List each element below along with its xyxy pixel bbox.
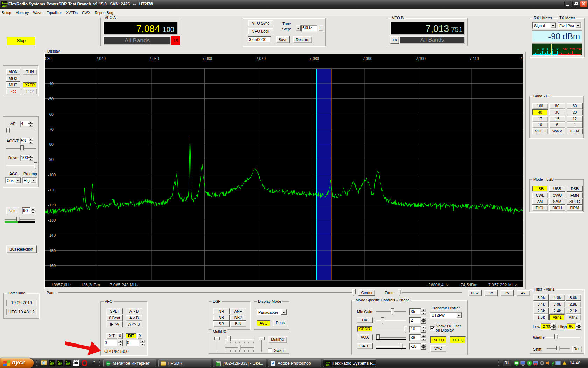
- svg-text:-90: -90: [48, 157, 54, 162]
- svg-text:7,050: 7,050: [149, 56, 159, 61]
- svg-text:7,: 7,: [520, 56, 523, 61]
- svg-text:7,065 243 MHz: 7,065 243 MHz: [110, 282, 138, 287]
- svg-text:-100: -100: [48, 173, 56, 177]
- svg-text:-140: -140: [48, 233, 56, 237]
- svg-text:-80: -80: [48, 142, 54, 146]
- svg-text:-40: -40: [48, 82, 54, 86]
- svg-text:-150: -150: [48, 248, 56, 253]
- svg-text:-136,3dBm: -136,3dBm: [79, 282, 100, 287]
- svg-text:7,060: 7,060: [202, 56, 212, 61]
- svg-text:+20: +20: [562, 47, 568, 50]
- svg-text:+40: +40: [570, 47, 575, 50]
- svg-text:5: 5: [547, 47, 549, 50]
- svg-text:7: 7: [552, 47, 554, 50]
- svg-text:7,100: 7,100: [416, 56, 426, 61]
- svg-text:7,080: 7,080: [309, 56, 319, 61]
- svg-text:3: 3: [542, 47, 544, 50]
- svg-text:7,110: 7,110: [470, 56, 479, 61]
- svg-text:9: 9: [557, 47, 559, 50]
- svg-text:7,070: 7,070: [256, 56, 266, 61]
- svg-text:-160: -160: [48, 264, 56, 268]
- svg-text:-74,5dBm: -74,5dBm: [459, 282, 477, 287]
- svg-text:1: 1: [537, 47, 539, 50]
- svg-text:7,057 292 MHz: 7,057 292 MHz: [488, 282, 517, 287]
- svg-text:7,040: 7,040: [96, 56, 106, 61]
- svg-text:-70: -70: [48, 127, 54, 131]
- svg-text:-130: -130: [48, 218, 56, 222]
- svg-text:-60: -60: [48, 112, 54, 116]
- svg-text:-120: -120: [48, 203, 56, 207]
- svg-text:-18857,0Hz: -18857,0Hz: [50, 282, 71, 287]
- svg-text:7,090: 7,090: [363, 56, 372, 61]
- svg-text:-110: -110: [48, 188, 55, 192]
- svg-text:030: 030: [45, 56, 51, 61]
- svg-text:-26808,4Hz: -26808,4Hz: [427, 282, 449, 287]
- svg-text:-50: -50: [48, 97, 54, 101]
- svg-text:+60: +60: [576, 47, 582, 50]
